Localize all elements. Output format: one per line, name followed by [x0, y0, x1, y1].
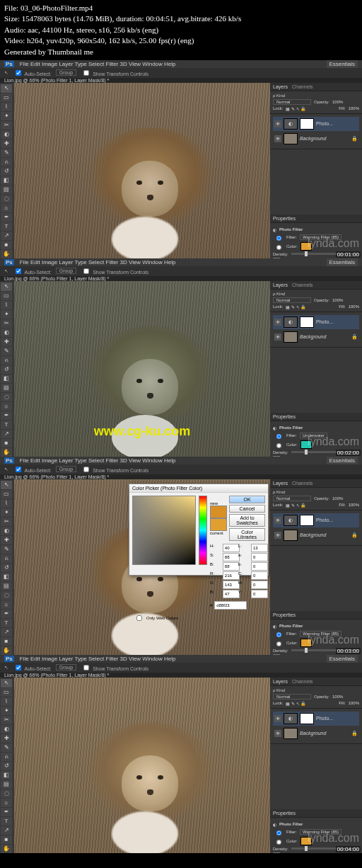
layers-tab[interactable]: Layers: [273, 679, 288, 684]
show-transform-checkbox[interactable]: [83, 665, 89, 670]
menu-items[interactable]: File Edit Image Layer Type Select Filter…: [20, 61, 176, 67]
canvas[interactable]: www.cg-ku.com: [14, 281, 270, 467]
wand-tool[interactable]: ✦: [1, 112, 12, 120]
layer-name[interactable]: Photo...: [316, 121, 333, 126]
heal-tool[interactable]: ✚: [1, 734, 12, 743]
layer-name[interactable]: Background: [300, 731, 326, 736]
add-swatches-button[interactable]: Add to Swatches: [229, 514, 265, 527]
workspace-switcher[interactable]: Essentials: [327, 457, 358, 464]
workspace-switcher[interactable]: Essentials: [327, 655, 358, 663]
layer-name[interactable]: Background: [300, 136, 326, 141]
workspace-switcher[interactable]: Essentials: [327, 258, 358, 266]
eyedropper-tool[interactable]: ◐: [1, 130, 12, 139]
pen-tool[interactable]: ✒: [1, 213, 12, 222]
path-tool[interactable]: ↗: [1, 430, 12, 438]
fill-value[interactable]: 100%: [349, 503, 359, 507]
lasso-tool[interactable]: ⌇: [1, 499, 12, 508]
menu-items[interactable]: File Edit Image Layer Type Select Filter…: [20, 656, 176, 662]
layer-name[interactable]: Background: [300, 532, 326, 537]
lasso-tool[interactable]: ⌇: [1, 103, 12, 111]
dodge-tool[interactable]: ☼: [1, 600, 12, 609]
canvas[interactable]: [14, 83, 270, 269]
y-input[interactable]: [251, 590, 268, 598]
filter-radio[interactable]: [276, 236, 281, 241]
crop-tool[interactable]: ✂: [1, 319, 12, 328]
layer-row-background[interactable]: 👁 Background 🔒: [273, 132, 359, 146]
gradient-tool[interactable]: ▤: [1, 582, 12, 590]
document-tab[interactable]: Lion.jpg @ 66% (Photo Filter 1, Layer Ma…: [4, 276, 109, 281]
brush-tool[interactable]: ✎: [1, 545, 12, 554]
stamp-tool[interactable]: ⎌: [1, 753, 12, 761]
history-brush-tool[interactable]: ↺: [1, 564, 12, 572]
lock-icons[interactable]: ▦ ✎ ↖ 🔒: [286, 701, 305, 706]
type-tool[interactable]: T: [1, 619, 12, 627]
visibility-toggle[interactable]: 👁: [274, 135, 281, 142]
lock-icons[interactable]: ▦ ✎ ↖ 🔒: [286, 106, 305, 111]
filter-preset-select[interactable]: Warming Filter (85): [300, 631, 341, 636]
layer-filter-kind[interactable]: ρ Kind: [273, 93, 285, 98]
c-input[interactable]: [251, 571, 268, 580]
shape-tool[interactable]: ■: [1, 835, 12, 844]
fill-value[interactable]: 100%: [349, 106, 359, 110]
brush-tool[interactable]: ✎: [1, 743, 12, 752]
blend-mode-select[interactable]: Normal: [273, 297, 311, 303]
visibility-toggle[interactable]: 👁: [274, 517, 281, 524]
a-input[interactable]: [251, 553, 268, 561]
filter-color-swatch[interactable]: [300, 837, 312, 845]
heal-tool[interactable]: ✚: [1, 338, 12, 346]
brush-tool[interactable]: ✎: [1, 347, 12, 355]
dodge-tool[interactable]: ☼: [1, 799, 12, 807]
workspace-switcher[interactable]: Essentials: [327, 60, 358, 68]
path-tool[interactable]: ↗: [1, 826, 12, 835]
type-tool[interactable]: T: [1, 421, 12, 429]
eyedropper-tool[interactable]: ◐: [1, 329, 12, 337]
b-input[interactable]: [223, 590, 240, 598]
layer-row-photo-filter[interactable]: 👁 ◐ Photo...: [273, 315, 359, 329]
color-radio[interactable]: [276, 840, 281, 845]
heal-tool[interactable]: ✚: [1, 139, 12, 148]
shape-tool[interactable]: ■: [1, 439, 12, 447]
fill-value[interactable]: 100%: [349, 304, 359, 309]
layers-tab[interactable]: Layers: [273, 282, 288, 287]
dodge-tool[interactable]: ☼: [1, 204, 12, 212]
opacity-value[interactable]: 100%: [332, 298, 343, 302]
history-brush-tool[interactable]: ↺: [1, 762, 12, 770]
show-transform-checkbox[interactable]: [83, 268, 89, 274]
cancel-button[interactable]: Cancel: [229, 505, 265, 513]
type-tool[interactable]: T: [1, 817, 12, 826]
hand-tool[interactable]: ✋: [1, 250, 12, 258]
show-transform-checkbox[interactable]: [83, 467, 89, 472]
channels-tab[interactable]: Channels: [292, 84, 313, 89]
history-brush-tool[interactable]: ↺: [1, 365, 12, 374]
blend-mode-select[interactable]: Normal: [273, 694, 311, 699]
visibility-toggle[interactable]: 👁: [274, 532, 281, 539]
visibility-toggle[interactable]: 👁: [274, 319, 281, 326]
layer-mask-thumb[interactable]: [300, 316, 314, 328]
fill-value[interactable]: 100%: [349, 701, 359, 705]
eraser-tool[interactable]: ◧: [1, 771, 12, 780]
opacity-value[interactable]: 100%: [332, 695, 343, 699]
layer-row-background[interactable]: 👁 Background 🔒: [273, 726, 359, 741]
filter-preset-select[interactable]: Warming Filter (85): [300, 234, 341, 240]
canvas[interactable]: [14, 678, 270, 853]
blend-mode-select[interactable]: Normal: [273, 99, 311, 105]
auto-select-target[interactable]: Group: [56, 466, 76, 472]
gradient-tool[interactable]: ▤: [1, 384, 12, 392]
marquee-tool[interactable]: ▭: [1, 688, 12, 697]
lasso-tool[interactable]: ⌇: [1, 697, 12, 706]
hue-slider[interactable]: [199, 496, 207, 565]
color-radio[interactable]: [276, 443, 281, 448]
color-libraries-button[interactable]: Color Libraries: [229, 528, 265, 541]
layer-filter-kind[interactable]: ρ Kind: [273, 292, 285, 296]
layer-row-photo-filter[interactable]: 👁 ◐ Photo...: [273, 712, 359, 726]
auto-select-checkbox[interactable]: [16, 268, 21, 274]
layer-name[interactable]: Photo...: [316, 716, 333, 721]
shape-tool[interactable]: ■: [1, 241, 12, 249]
canvas[interactable]: Color Picker (Photo Filter Color) new cu…: [14, 479, 270, 666]
document-tab[interactable]: Lion.jpg @ 66% (Photo Filter 1, Layer Ma…: [4, 78, 109, 83]
auto-select-checkbox[interactable]: [16, 467, 21, 472]
visibility-toggle[interactable]: 👁: [274, 715, 281, 722]
visibility-toggle[interactable]: 👁: [274, 333, 281, 341]
color-picker-dialog[interactable]: Color Picker (Photo Filter Color) new cu…: [129, 484, 269, 576]
layer-row-photo-filter[interactable]: 👁 ◐ Photo...: [273, 117, 359, 131]
